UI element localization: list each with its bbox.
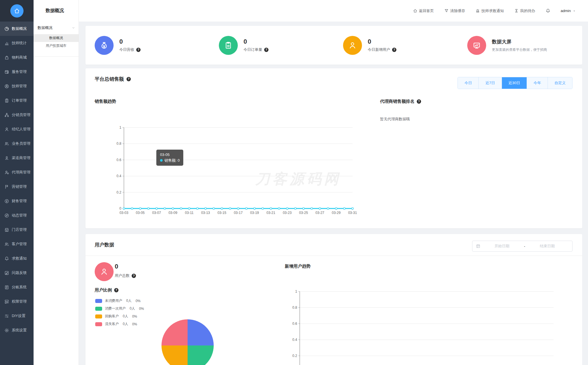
sidebar-item-marketing-mgmt[interactable]: 营销管理	[0, 179, 34, 194]
help-icon[interactable]: ?	[126, 77, 131, 81]
sidebar-item-salesman-mgmt[interactable]: 业务员管理	[0, 136, 34, 151]
ledger-icon	[4, 285, 9, 290]
sidebar-item-diy-settings[interactable]: DIY设置	[0, 309, 34, 323]
sidebar-item-agent-mgmt[interactable]: 代理商管理	[0, 165, 34, 179]
sidebar-item-order-mgmt[interactable]: 订单管理	[0, 93, 34, 108]
sidebar-item-dynamic-mgmt[interactable]: 动态管理	[0, 208, 34, 223]
range-button-4[interactable]: 自定义	[548, 77, 572, 89]
sales-panel-title: 平台总销售额 ?	[95, 76, 131, 82]
stat-card-data-screen[interactable]: 数据大屏 更加直观的查看平台数据，便于招商	[458, 36, 582, 55]
range-button-2[interactable]: 近30日	[502, 77, 527, 89]
legend-item[interactable]: 流失客户0人0%	[95, 322, 144, 327]
stat-label: 今日营收	[119, 47, 134, 52]
legend-label: 流失客户	[105, 322, 119, 327]
layers-icon	[4, 299, 9, 304]
app-logo[interactable]	[10, 4, 24, 18]
submenu-list: 数据概况用户投票城市	[34, 34, 79, 50]
sidebar-item-label: 经纪人管理	[12, 127, 30, 132]
help-icon[interactable]: ?	[132, 274, 136, 278]
header-link-back-home[interactable]: 返回首页	[413, 8, 434, 13]
sales-panel-title-text: 平台总销售额	[95, 76, 124, 82]
sidebar-item-material-mall[interactable]: 物料商城	[0, 50, 34, 65]
service-icon	[4, 69, 9, 74]
user-data-panel: 用户数据 开始日期 - 结束日期 0 用户总数 ? 用户比例 ? 未消费用户0人…	[85, 234, 582, 365]
range-button-1[interactable]: 近7日	[478, 77, 501, 89]
sidebar-item-customer-mgmt[interactable]: 客户管理	[0, 237, 34, 251]
stat-value: 0	[119, 38, 141, 45]
new-user-trend-title: 新增用户趋势	[285, 264, 311, 269]
svg-text:0.8: 0.8	[292, 306, 297, 310]
bell-icon[interactable]	[546, 8, 550, 13]
user-ratio-pie-chart[interactable]	[161, 319, 214, 365]
sidebar-item-data-overview[interactable]: 数据概况	[0, 22, 34, 36]
header-link-my-todo[interactable]: 我的待办	[514, 8, 535, 13]
compass-icon	[4, 213, 9, 218]
header-link-clear-cache[interactable]: 清除缓存	[444, 8, 465, 13]
help-icon[interactable]: ?	[264, 48, 268, 52]
svg-text:03-07: 03-07	[152, 211, 161, 215]
sidebar-item-feedback[interactable]: 问题反馈	[0, 266, 34, 280]
legend-item[interactable]: 回购客户0人0%	[95, 314, 144, 319]
submenu-group-label: 数据概况	[38, 25, 52, 30]
user-ratio-title: 用户比例 ?	[95, 287, 118, 293]
sidebar-item-label: 营销管理	[12, 184, 27, 189]
home-icon	[14, 8, 20, 14]
sidebar-item-distributor-mgmt[interactable]: 分销员管理	[0, 108, 34, 122]
date-range-picker[interactable]: 开始日期 - 结束日期	[472, 241, 573, 252]
svg-text:03-27: 03-27	[316, 211, 324, 215]
submenu-group-data-overview[interactable]: 数据概况	[34, 22, 79, 34]
svg-text:0.8: 0.8	[116, 142, 121, 146]
funnel-icon	[444, 9, 449, 13]
data-screen-title: 数据大屏	[492, 38, 547, 45]
gear-icon	[4, 328, 9, 333]
help-icon[interactable]: ?	[136, 48, 141, 52]
people-icon	[4, 242, 9, 247]
legend-swatch	[95, 314, 102, 318]
help-icon[interactable]: ?	[392, 48, 396, 52]
sidebar-item-broker-mgmt[interactable]: 经纪人管理	[0, 122, 34, 136]
person-badge-icon	[4, 156, 9, 161]
sidebar-item-ledger-system[interactable]: 分账系统	[0, 280, 34, 294]
edit-square-icon	[4, 271, 9, 275]
sidebar-item-label: 财务管理	[12, 198, 27, 204]
sidebar-item-channel-mgmt[interactable]: 渠道商管理	[0, 151, 34, 165]
user-menu[interactable]: admin	[561, 9, 576, 13]
stat-card-today-new-users: 0今日新增用户?	[334, 36, 458, 55]
sidebar-item-finance-mgmt[interactable]: 财务管理	[0, 194, 34, 208]
data-screen-desc: 更加直观的查看平台数据，便于招商	[492, 47, 547, 52]
sidebar-item-tech-mgmt[interactable]: 技师管理	[0, 79, 34, 93]
svg-text:03-03: 03-03	[120, 211, 128, 215]
help-icon[interactable]: ?	[114, 288, 118, 292]
sidebar-nav: 数据概况技师统计物料商城服务管理技师管理订单管理分销员管理经纪人管理业务员管理渠…	[0, 22, 34, 337]
sidebar-item-label: 问题反馈	[12, 270, 27, 275]
sales-trend-chart[interactable]: 00.20.40.60.8103-0303-0503-0703-0903-110…	[112, 123, 359, 218]
sidebar-item-rescue-notice[interactable]: 求救通知	[0, 251, 34, 266]
sidebar-item-tech-stats[interactable]: 技师统计	[0, 36, 34, 50]
end-date-input[interactable]: 结束日期	[526, 244, 569, 249]
legend-item[interactable]: 消费一次用户0人0%	[95, 306, 144, 311]
header-link-tech-rescue-notice[interactable]: 技师求救通知	[476, 8, 504, 13]
svg-text:03-05: 03-05	[136, 211, 145, 215]
chevron-down-icon	[72, 26, 75, 30]
sidebar-item-system-settings[interactable]: 系统设置	[0, 323, 34, 337]
submenu-item-user-vote-city[interactable]: 用户投票城市	[34, 42, 79, 50]
sidebar-item-permission-mgmt[interactable]: 权限管理	[0, 294, 34, 309]
help-icon[interactable]: ?	[417, 99, 421, 104]
start-date-input[interactable]: 开始日期	[480, 244, 523, 249]
sidebar-item-store-mgmt[interactable]: 门店管理	[0, 223, 34, 237]
svg-text:03-11: 03-11	[185, 211, 194, 215]
sidebar-item-label: 系统设置	[12, 328, 27, 333]
flag-icon	[4, 184, 9, 189]
range-button-0[interactable]: 今日	[458, 77, 478, 89]
submenu-item-data-overview[interactable]: 数据概况	[34, 34, 79, 42]
home-icon	[413, 9, 417, 13]
sidebar-item-service-mgmt[interactable]: 服务管理	[0, 65, 34, 79]
svg-text:03-15: 03-15	[217, 211, 226, 215]
legend-count: 0人	[123, 314, 128, 319]
new-user-trend-chart[interactable]: 0.20.40.60.81	[287, 281, 559, 365]
range-button-3[interactable]: 今年	[527, 77, 548, 89]
stat-label: 今日新增用户	[368, 47, 390, 52]
bell-icon	[4, 256, 9, 261]
sliders-icon	[4, 314, 9, 318]
legend-item[interactable]: 未消费用户0人0%	[95, 298, 144, 303]
